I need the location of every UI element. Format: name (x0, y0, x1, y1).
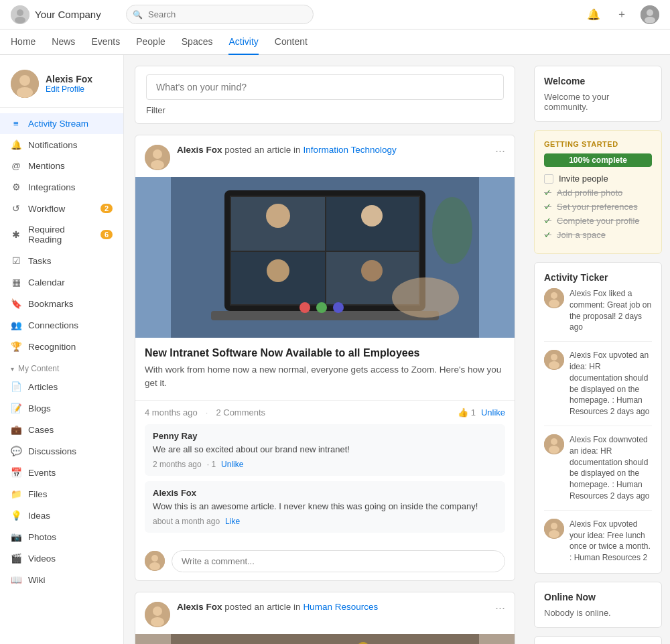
integrations-icon: ⚙ (11, 182, 21, 192)
sidebar-item-ideas[interactable]: 💡 Ideas (0, 505, 123, 526)
sidebar-item-articles[interactable]: 📄 Articles (0, 376, 123, 397)
comment-1-unlike-button[interactable]: Unlike (221, 460, 243, 469)
add-button[interactable]: ＋ (614, 5, 630, 24)
wiki-icon: 📖 (11, 574, 21, 585)
nav-activity[interactable]: Activity (228, 29, 258, 55)
feed-post-1-header: Alexis Fox posted an article in Informat… (135, 135, 515, 177)
user-info: Alexis Fox Edit Profile (46, 74, 92, 94)
workflow-icon: ↺ (11, 203, 21, 214)
user-avatar-top[interactable] (641, 5, 659, 24)
feed-post-2-target[interactable]: Human Resources (303, 602, 378, 612)
gs-item-space: ✓ Join a space (544, 230, 652, 240)
sidebar-item-calendar[interactable]: ▦ Calendar (0, 271, 123, 293)
my-content-label: My Content (18, 364, 59, 373)
search-icon: 🔍 (133, 10, 143, 19)
unlike-button[interactable]: Unlike (481, 407, 505, 417)
sidebar-item-photos[interactable]: 📷 Photos (0, 526, 123, 548)
post-box: Filter (135, 66, 515, 124)
activity-ticker-title: Activity Ticker (544, 272, 652, 283)
sidebar-item-mentions[interactable]: @ Mentions (0, 155, 123, 176)
sidebar-item-required-reading[interactable]: ✱ Required Reading 6 (0, 219, 123, 250)
right-panel: Welcome Welcome to your community. GETTI… (526, 55, 670, 644)
comments-area: Penny Ray We are all so excited about ou… (135, 424, 515, 545)
gs-item-preferences-label: Set your preferences (557, 202, 638, 212)
sidebar-item-label: Recognition (28, 342, 76, 352)
like-number: 1 (471, 407, 476, 417)
svg-point-29 (333, 302, 344, 313)
online-now-text: Nobody is online. (544, 608, 652, 618)
sidebar-item-tasks[interactable]: ☑ Tasks (0, 250, 123, 271)
nav-people[interactable]: People (136, 29, 165, 55)
sidebar-item-label: Photos (28, 532, 56, 542)
sidebar-item-blogs[interactable]: 📝 Blogs (0, 397, 123, 419)
sidebar-item-label: Articles (28, 382, 58, 392)
gs-item-invite: Invite people (544, 174, 652, 184)
sidebar-item-label: Discussions (28, 446, 76, 456)
feed-post-1-meta: Alexis Fox posted an article in Informat… (177, 145, 397, 155)
online-now-title: Online Now (544, 592, 652, 602)
nav-events[interactable]: Events (91, 29, 120, 55)
sidebar-item-cases[interactable]: 💼 Cases (0, 419, 123, 440)
comment-input-row (135, 545, 515, 580)
progress-bar: 100% complete (544, 153, 652, 167)
comment-input-avatar (145, 551, 165, 571)
filter-link[interactable]: Filter (146, 105, 504, 115)
events-icon: 📅 (11, 467, 21, 478)
secondary-navigation: Home News Events People Spaces Activity … (0, 29, 670, 55)
feed-post-1-body: New Intranet Software Now Available to a… (135, 338, 515, 400)
ticker-item-2: Alexis Fox upvoted an idea: HR documenta… (544, 350, 652, 426)
feed-post-2-header: Alexis Fox posted an article in Human Re… (135, 592, 515, 634)
main-content: Filter Alexis Fox posted an article in I… (124, 55, 526, 644)
sidebar-item-notifications[interactable]: 🔔 Notifications (0, 134, 123, 155)
edit-profile-link[interactable]: Edit Profile (46, 84, 92, 94)
discussions-icon: 💬 (11, 446, 21, 456)
sidebar-item-workflow[interactable]: ↺ Workflow 2 (0, 198, 123, 219)
my-content-section[interactable]: ▾ My Content (0, 357, 123, 376)
sidebar-item-events[interactable]: 📅 Events (0, 462, 123, 483)
comment-input[interactable] (172, 550, 505, 572)
comment-2-text: Wow this is an awesome article. I never … (153, 501, 497, 513)
comment-1-text: We are all so excited about our brand ne… (153, 444, 497, 456)
feed-post-2-more-button[interactable]: ··· (495, 602, 505, 614)
sidebar: Alexis Fox Edit Profile ≡ Activity Strea… (0, 55, 124, 644)
sidebar-item-recognition[interactable]: 🏆 Recognition (0, 336, 123, 357)
feed-post-1-more-button[interactable]: ··· (495, 145, 505, 157)
ticker-item-4: Alexis Fox upvoted your idea: Free lunch… (544, 519, 652, 564)
feed-post-1-target[interactable]: Information Technology (303, 145, 396, 155)
sidebar-item-activity-stream[interactable]: ≡ Activity Stream (0, 113, 123, 134)
gs-item-profile-label: Complete your profile (557, 216, 640, 226)
svg-point-20 (266, 204, 290, 228)
feed-post-1-comments-count[interactable]: 2 Comments (216, 407, 265, 417)
sidebar-item-label: Notifications (28, 140, 78, 150)
nav-home[interactable]: Home (11, 29, 36, 55)
check-icon: ✓ (544, 230, 551, 240)
company-logo (11, 5, 29, 24)
sidebar-item-files[interactable]: 📁 Files (0, 483, 123, 505)
sidebar-item-wiki[interactable]: 📖 Wiki (0, 569, 123, 590)
comment-1-time: 2 months ago (153, 460, 202, 469)
progress-bar-fill: 100% complete (544, 153, 652, 167)
comment-2-like-button[interactable]: Like (225, 517, 240, 526)
sidebar-item-bookmarks[interactable]: 🔖 Bookmarks (0, 293, 123, 314)
nav-spaces[interactable]: Spaces (182, 29, 213, 55)
user-avatar-sidebar (11, 70, 39, 98)
invite-checkbox[interactable] (544, 174, 553, 184)
getting-started-title: GETTING STARTED (544, 140, 652, 148)
sidebar-item-connections[interactable]: 👥 Connections (0, 314, 123, 336)
feed-post-1-time: 4 months ago (145, 407, 198, 417)
feed-post-2-image (135, 634, 515, 644)
nav-news[interactable]: News (52, 29, 75, 55)
thumb-icon: 👍 (458, 407, 468, 417)
sidebar-item-label: Required Reading (28, 224, 94, 245)
nav-content[interactable]: Content (275, 29, 308, 55)
gs-item-preferences: ✓ Set your preferences (544, 202, 652, 212)
sidebar-item-integrations[interactable]: ⚙ Integrations (0, 176, 123, 198)
check-icon: ✓ (544, 202, 551, 212)
sidebar-item-videos[interactable]: 🎬 Videos (0, 548, 123, 569)
notification-bell-button[interactable]: 🔔 (584, 5, 603, 23)
post-input[interactable] (146, 74, 504, 100)
feed-post-2-avatar (145, 602, 170, 627)
sidebar-item-label: Blogs (28, 403, 51, 413)
search-input[interactable] (126, 5, 314, 24)
sidebar-item-discussions[interactable]: 💬 Discussions (0, 440, 123, 462)
